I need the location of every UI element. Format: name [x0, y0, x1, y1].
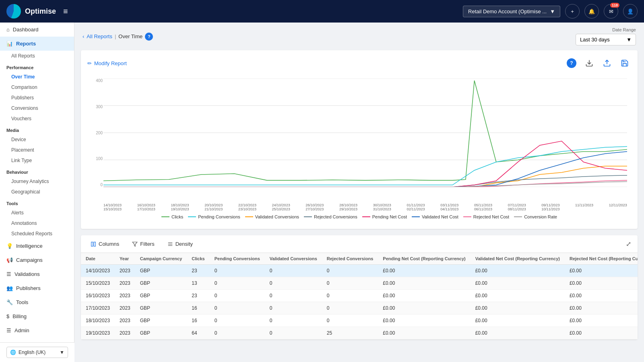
sidebar-item-journey-analytics[interactable]: Journey Analytics	[0, 176, 74, 187]
legend-rejected-conv: Rejected Conversions	[304, 214, 357, 219]
y-label-300: 300	[87, 105, 103, 109]
report-download-button[interactable]	[583, 57, 596, 70]
report-help-button[interactable]: ?	[565, 57, 578, 70]
user-profile-button[interactable]: 👤	[623, 4, 638, 19]
campaigns-icon: 📢	[6, 257, 13, 263]
legend-rejected-conv-line	[304, 216, 312, 217]
x-label-15: 11/11/2023	[575, 203, 593, 211]
modify-report-label: Modify Report	[94, 60, 127, 66]
sidebar-label-over-time: Over Time	[11, 74, 35, 80]
account-selector[interactable]: Retail Demo Account (Optimise ... ▼	[463, 6, 560, 17]
legend-conv-rate: Conversion Rate	[514, 214, 557, 219]
sidebar-item-alerts[interactable]: Alerts	[0, 208, 74, 218]
sidebar-item-tools[interactable]: 🔧 Tools	[0, 295, 74, 309]
sidebar-item-conversions[interactable]: Conversions	[0, 103, 74, 113]
table-cell: 16	[187, 302, 209, 315]
sidebar-item-publishers[interactable]: 👥 Publishers	[0, 281, 74, 295]
sidebar-item-comparison[interactable]: Comparison	[0, 82, 74, 93]
table-cell: 0	[210, 290, 265, 302]
sidebar-item-campaigns[interactable]: 📢 Campaigns	[0, 253, 74, 267]
legend-clicks: Clicks	[161, 214, 183, 219]
add-icon: +	[571, 8, 574, 14]
col-date[interactable]: Date	[81, 253, 115, 265]
logo-icon	[6, 4, 21, 19]
expand-table-button[interactable]: ⤢	[626, 240, 631, 248]
col-rejected-net-cost[interactable]: Rejected Net Cost (Reporting Currency)	[565, 253, 638, 265]
notifications-button[interactable]: 🔔	[584, 4, 599, 19]
table-cell: 2023	[115, 290, 135, 302]
table-cell: 2023	[115, 315, 135, 327]
modify-report-button[interactable]: ✏ Modify Report	[87, 60, 127, 66]
sidebar-label-conversions: Conversions	[11, 105, 38, 111]
hamburger-button[interactable]: ≡	[63, 7, 68, 16]
table-cell: 2023	[115, 302, 135, 315]
col-validated-conversions[interactable]: Validated Conversions	[265, 253, 322, 265]
col-validated-net-cost[interactable]: Validated Net Cost (Reporting Currency)	[471, 253, 565, 265]
add-button[interactable]: +	[565, 4, 580, 19]
col-rejected-conversions[interactable]: Rejected Conversions	[322, 253, 378, 265]
report-save-button[interactable]	[618, 57, 631, 70]
chart-container: 400 300 200 100 0	[87, 74, 631, 211]
sidebar-item-admin[interactable]: ☰ Admin	[0, 323, 74, 337]
sidebar-item-billing[interactable]: $ Billing	[0, 309, 74, 323]
density-button[interactable]: Density	[164, 239, 196, 249]
table-cell: 25	[322, 327, 378, 339]
x-label-13: 07/11/202308/11/2023	[508, 203, 526, 211]
table-cell: 19/10/2023	[81, 327, 115, 339]
header-right: Retail Demo Account (Optimise ... ▼ + 🔔 …	[463, 4, 638, 19]
sidebar-item-geographical[interactable]: Geographical	[0, 187, 74, 197]
col-clicks[interactable]: Clicks	[187, 253, 209, 265]
sidebar-item-device[interactable]: Device	[0, 134, 74, 145]
sidebar-item-placement[interactable]: Placement	[0, 145, 74, 155]
x-label-4: 20/10/202321/10/2023	[204, 203, 223, 211]
date-range-selector[interactable]: Last 30 days ▼	[576, 34, 636, 45]
publishers-icon: 👥	[6, 285, 13, 291]
sidebar-label-all-reports: All Reports	[11, 53, 35, 59]
sidebar-item-link-type[interactable]: Link Type	[0, 155, 74, 166]
table-cell: 23	[187, 265, 209, 277]
breadcrumb-all-reports[interactable]: All Reports	[87, 33, 112, 39]
sidebar: ⌂ Dashboard 📊 Reports All Reports Perfor…	[0, 23, 74, 362]
sidebar-item-reports[interactable]: 📊 Reports	[0, 37, 74, 51]
sidebar-item-publishers-perf[interactable]: Publishers	[0, 93, 74, 103]
table-cell: £0.00	[471, 265, 565, 277]
data-table: Date Year Campaign Currency Clicks Pendi…	[81, 253, 638, 339]
legend-clicks-label: Clicks	[171, 214, 183, 219]
table-toolbar: Columns Filters Density ⤢	[81, 235, 638, 253]
sidebar-item-vouchers[interactable]: Vouchers	[0, 113, 74, 124]
columns-button[interactable]: Columns	[87, 239, 122, 249]
notification-badge: 118	[610, 3, 619, 8]
col-pending-conversions[interactable]: Pending Conversions	[210, 253, 265, 265]
sidebar-item-dashboard[interactable]: ⌂ Dashboard	[0, 23, 74, 37]
col-year[interactable]: Year	[115, 253, 135, 265]
sidebar-item-validations[interactable]: ☰ Validations	[0, 267, 74, 281]
filters-button[interactable]: Filters	[129, 239, 157, 249]
table-cell: GBP	[135, 315, 187, 327]
col-pending-net-cost[interactable]: Pending Net Cost (Reporting Currency)	[378, 253, 470, 265]
legend-validated-net: Validated Net Cost	[412, 214, 458, 219]
messages-button[interactable]: ✉ 118	[604, 4, 618, 19]
sidebar-item-intelligence[interactable]: 💡 Intelligence	[0, 239, 74, 253]
breadcrumb-help-icon[interactable]: ?	[145, 33, 153, 41]
table-cell: 16	[187, 315, 209, 327]
sidebar-category-tools: Tools	[0, 197, 74, 208]
table-cell: £0.00	[471, 277, 565, 290]
language-selector[interactable]: 🌐 English (UK) ▼	[6, 347, 68, 358]
x-label-3: 18/10/202319/10/2023	[171, 203, 189, 211]
table-cell: 18/10/2023	[81, 315, 115, 327]
sidebar-item-all-reports[interactable]: All Reports	[0, 51, 74, 61]
table-cell: £0.00	[565, 277, 638, 290]
sidebar-item-over-time[interactable]: Over Time	[0, 72, 74, 82]
toolbar-left: Columns Filters Density	[87, 239, 196, 249]
sidebar-item-scheduled-reports[interactable]: Scheduled Reports	[0, 228, 74, 239]
sidebar-item-annotations[interactable]: Annotations	[0, 218, 74, 228]
language-selector-area: 🌐 English (UK) ▼	[0, 342, 74, 362]
y-label-400: 400	[87, 78, 103, 83]
report-upload-button[interactable]	[601, 57, 613, 70]
col-campaign-currency[interactable]: Campaign Currency	[135, 253, 187, 265]
table-cell: 0	[210, 277, 265, 290]
table-cell: 2023	[115, 327, 135, 339]
table-row: 16/10/20232023GBP23000£0.00£0.00£0.00	[81, 290, 638, 302]
sidebar-label-comparison: Comparison	[11, 84, 37, 90]
mail-icon: ✉	[609, 8, 613, 14]
